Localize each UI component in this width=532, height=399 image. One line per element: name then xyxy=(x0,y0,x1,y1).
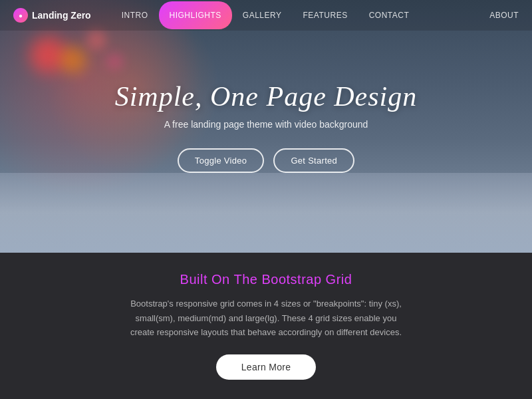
hero-buttons: Toggle Video Get Started xyxy=(115,148,418,173)
nav-link-gallery[interactable]: GALLERY xyxy=(232,1,293,29)
nav-link-contact[interactable]: CONTACT xyxy=(358,1,420,29)
nav-item-gallery[interactable]: GALLERY xyxy=(232,1,293,29)
hero-title: Simple, One Page Design xyxy=(115,80,418,112)
brand-icon: ● xyxy=(13,8,28,23)
brand-label: Landing Zero xyxy=(32,10,91,21)
nav-about-link[interactable]: ABOUT xyxy=(489,11,519,20)
nav-item-intro[interactable]: INTRO xyxy=(111,1,159,29)
hero-subtitle: A free landing page theme with video bac… xyxy=(115,119,418,130)
toggle-video-button[interactable]: Toggle Video xyxy=(178,148,265,173)
learn-more-button[interactable]: Learn More xyxy=(216,354,317,380)
nav-link-highlights[interactable]: HIGHLIGHTS xyxy=(159,1,232,29)
content-section: Built On The Bootstrap Grid Bootstrap's … xyxy=(0,253,532,399)
nav-link-intro[interactable]: INTRO xyxy=(111,1,159,29)
nav-links: INTRO HIGHLIGHTS GALLERY FEATURES CONTAC… xyxy=(111,1,489,29)
bokeh-2 xyxy=(60,47,86,73)
bokeh-4 xyxy=(106,53,123,70)
content-title: Built On The Bootstrap Grid xyxy=(180,272,352,287)
hero-section: Simple, One Page Design A free landing p… xyxy=(0,0,532,253)
navbar: ● Landing Zero INTRO HIGHLIGHTS GALLERY … xyxy=(0,0,532,31)
nav-item-contact[interactable]: CONTACT xyxy=(358,1,420,29)
nav-brand[interactable]: ● Landing Zero xyxy=(13,8,91,23)
nav-item-features[interactable]: FEATURES xyxy=(293,1,358,29)
hero-ground xyxy=(0,173,532,253)
content-body: Bootstrap's responsive grid comes in 4 s… xyxy=(126,297,406,339)
bokeh-3 xyxy=(86,30,106,50)
get-started-button[interactable]: Get Started xyxy=(273,148,354,173)
nav-link-features[interactable]: FEATURES xyxy=(293,1,358,29)
nav-item-highlights[interactable]: HIGHLIGHTS xyxy=(159,1,232,29)
hero-content: Simple, One Page Design A free landing p… xyxy=(88,80,444,173)
